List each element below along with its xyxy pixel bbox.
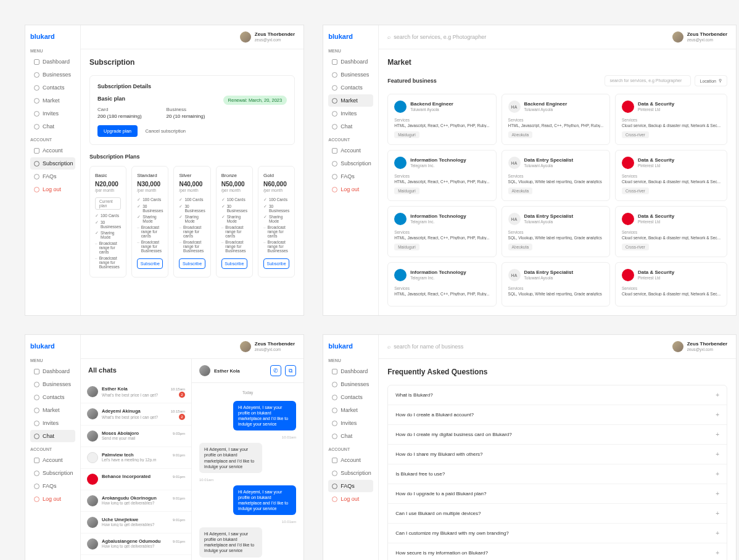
chat-item[interactable]: Josh Musk9:01pm How long to get delivera… [81,555,191,560]
upgrade-button[interactable]: Upgrade plan [97,125,138,137]
cancel-button[interactable]: Cancel subscription [139,125,192,137]
nav-market[interactable]: Market [30,404,75,416]
unread-badge: 2 [179,414,185,420]
business-card[interactable]: Data & SecurityPinterest Ltd Services Cl… [615,262,727,307]
business-card[interactable]: Information TechnologyTelegram Inc. Serv… [387,262,496,307]
nav-log-out[interactable]: Log out [30,493,75,505]
nav-invites[interactable]: Invites [328,417,373,429]
business-card[interactable]: Data & SecurityPinterest Ltd Services Cl… [615,150,727,201]
faq-item[interactable]: Is Blukard free to use?+ [388,464,727,484]
chat-item[interactable]: Behance Incorporated9:01pm [81,469,191,490]
business-card[interactable]: Backend EngineerToluwani Ayoola Services… [387,94,496,145]
nav-dashboard[interactable]: Dashboard [328,365,373,377]
faq-item[interactable]: How secure is my information on Blukard?… [388,543,727,560]
pinterest-icon [622,101,634,113]
business-card[interactable]: HA Data Entry SpecialistToluwani Ayoola … [502,262,610,307]
business-card[interactable]: Data & SecurityPinterest Ltd Services Cl… [615,206,727,257]
business-card[interactable]: HA Backend EngineerToluwani Ayoola Servi… [502,94,610,145]
nav-market[interactable]: Market [328,404,373,416]
faq-item[interactable]: How do I upgrade to a paid Blukard plan?… [388,484,727,504]
market-icon [332,408,337,413]
chat-item[interactable]: Agbalusiangene Odumodu9:01pm How long to… [81,533,191,555]
faq-item[interactable]: Can I use Blukard on multiple devices?+ [388,504,727,524]
nav-subscription[interactable]: Subscription [328,467,373,479]
user-badge[interactable]: Zeus Thorbenderzeus@yxl.com [672,341,727,352]
global-search[interactable]: ⌕search for name of business [387,344,667,350]
nav-chat[interactable]: Chat [30,430,75,442]
chat-item[interactable]: Arokangudu Okorinogun9:01pm How long to … [81,490,191,512]
nav-chat[interactable]: Chat [328,430,373,442]
user-badge[interactable]: Zeus Thorbenderzeus@yxl.com [672,31,727,43]
business-card[interactable]: HA Data Entry SpecialistToluwani Ayoola … [502,150,610,201]
nav-account[interactable]: Account [30,144,75,157]
logo: blukard [328,33,373,40]
chat-avatar [87,474,98,485]
nav-businesses[interactable]: Businesses [328,68,373,81]
global-search[interactable]: ⌕search for services, e.g Photographer [387,34,667,40]
filter-icon: ⚲ [719,78,722,83]
nav-invites[interactable]: Invites [30,107,75,120]
ha-icon: HA [508,269,521,281]
chat-item[interactable]: Palmview tech9:01pm Let's have a meeting… [81,447,191,469]
nav-invites[interactable]: Invites [328,107,373,120]
user-badge[interactable]: Zeus Thorbenderzeus@yxl.com [240,341,295,352]
video-button[interactable]: ⧉ [285,365,296,376]
nav-subscription[interactable]: Subscription [30,467,75,479]
nav-contacts[interactable]: Contacts [328,391,373,403]
nav-faqs[interactable]: FAQs [30,170,75,183]
faq-item[interactable]: What is Blukard?+ [388,385,727,405]
avatar [240,31,251,43]
nav-faqs[interactable]: FAQs [328,170,373,183]
nav-contacts[interactable]: Contacts [30,391,75,403]
nav-account[interactable]: Account [30,454,75,466]
nav-subscription[interactable]: Subscription [328,157,373,170]
nav-market[interactable]: Market [328,94,373,107]
call-button[interactable]: ✆ [270,365,281,376]
nav-dashboard[interactable]: Dashboard [30,365,75,377]
nav-log-out[interactable]: Log out [30,183,75,196]
chat-item[interactable]: Esther Kola10:15am What's the best price… [81,381,191,403]
subscribe-button[interactable]: Subscribe [137,258,163,269]
nav-contacts[interactable]: Contacts [30,81,75,94]
plan-standard: Standard N30,000 /per month100 Cards30 B… [131,166,168,278]
nav-businesses[interactable]: Businesses [328,378,373,390]
chat-item[interactable]: Moses Abolajoro9:03pm Send me your mail [81,426,191,447]
nav-businesses[interactable]: Businesses [30,378,75,390]
faq-item[interactable]: How do I create a Blukard account?+ [388,405,727,425]
filter-search[interactable]: search for services, e.g Photographer [605,75,691,86]
faq-item[interactable]: How do I share my Blukard with others?+ [388,445,727,464]
business-card[interactable]: Information TechnologyTelegram Inc. Serv… [387,206,496,257]
subscribe-button[interactable]: Subscribe [179,258,205,269]
business-card[interactable]: Data & SecurityPinterest Ltd Services Cl… [615,94,727,145]
nav-chat[interactable]: Chat [328,120,373,133]
subscribe-button[interactable]: Subscribe [221,258,247,269]
nav-subscription[interactable]: Subscription [30,157,75,170]
nav-invites[interactable]: Invites [30,417,75,429]
faq-item[interactable]: Can I customize my Blukard with my own b… [388,524,727,543]
nav-dashboard[interactable]: Dashboard [30,56,75,68]
expand-icon: + [716,510,719,517]
nav-contacts[interactable]: Contacts [328,81,373,94]
business-card[interactable]: Information TechnologyTelegram Inc. Serv… [387,150,496,201]
filter-location[interactable]: Location⚲ [695,75,727,86]
logo: blukard [30,342,75,350]
nav-faqs[interactable]: FAQs [30,480,75,492]
nav-log-out[interactable]: Log out [328,493,373,505]
faq-item[interactable]: How do I create my digital business card… [388,425,727,445]
nav-chat[interactable]: Chat [30,120,75,133]
business-card[interactable]: HA Data Entry SpecialistToluwani Ayoola … [502,206,610,257]
location-tag: Maiduguri [394,187,419,194]
nav-faqs[interactable]: FAQs [328,480,373,492]
nav-businesses[interactable]: Businesses [30,68,75,81]
nav-market[interactable]: Market [30,94,75,107]
header: Zeus Thorbenderzeus@yxl.com [81,25,303,49]
nav-account[interactable]: Account [328,144,373,157]
chat-item[interactable]: Uche Umejiekwe9:01pm How long to get del… [81,512,191,533]
nav-account[interactable]: Account [328,454,373,466]
nav-log-out[interactable]: Log out [328,183,373,196]
user-badge[interactable]: Zeus Thorbenderzeus@yxl.com [240,31,295,43]
subscribe-button[interactable]: Subscribe [263,258,289,269]
account-icon [34,148,39,154]
nav-dashboard[interactable]: Dashboard [328,56,373,68]
chat-item[interactable]: Adeyemi Akinuga10:15am What's the best p… [81,403,191,426]
